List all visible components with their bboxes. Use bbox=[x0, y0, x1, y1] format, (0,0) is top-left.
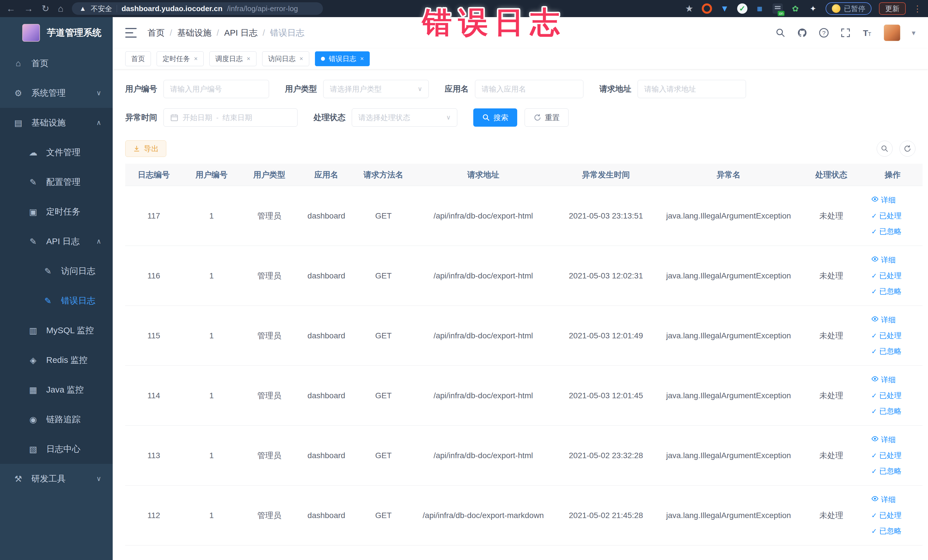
sidebar-item-error-log[interactable]: ✎错误日志 bbox=[0, 286, 113, 316]
breadcrumb-item[interactable]: 首页 bbox=[148, 27, 165, 39]
sidebar-item-label: Redis 监控 bbox=[46, 354, 88, 366]
cell-app_name: dashboard bbox=[298, 331, 355, 340]
action-已处理[interactable]: ✓已处理 bbox=[871, 211, 902, 221]
extension-grid-icon[interactable]: ▦ bbox=[755, 3, 765, 14]
action-已处理[interactable]: ✓已处理 bbox=[871, 450, 902, 461]
paused-badge[interactable]: 已暂停 bbox=[826, 2, 872, 15]
process-status-select[interactable]: 请选择处理状态 ∨ bbox=[352, 108, 457, 127]
tab-错误日志[interactable]: 错误日志× bbox=[315, 51, 370, 66]
browser-menu-icon[interactable]: ⋮ bbox=[913, 4, 922, 14]
action-详细[interactable]: 详细 bbox=[871, 435, 896, 445]
eye-icon bbox=[871, 435, 879, 444]
back-icon[interactable]: ← bbox=[6, 4, 15, 13]
action-已忽略[interactable]: ✓已忽略 bbox=[871, 346, 902, 356]
user-id-input[interactable] bbox=[170, 85, 263, 93]
sidebar-item-config-mgmt[interactable]: ✎配置管理 bbox=[0, 167, 113, 197]
address-bar[interactable]: ▲ 不安全 dashboard.yudao.iocoder.cn/infra/l… bbox=[72, 2, 323, 15]
cell-url: /api/infra/db-doc/export-markdown bbox=[412, 511, 554, 520]
action-详细[interactable]: 详细 bbox=[871, 315, 896, 325]
action-已忽略[interactable]: ✓已忽略 bbox=[871, 466, 902, 476]
action-详细[interactable]: 详细 bbox=[871, 195, 896, 205]
sidebar-item-mysql-monitor[interactable]: ▥MySQL 监控 bbox=[0, 316, 113, 345]
refresh-icon bbox=[533, 113, 542, 122]
font-size-icon[interactable]: TT bbox=[862, 27, 872, 38]
sidebar-item-infrastructure[interactable]: ▤基础设施∧ bbox=[0, 108, 113, 137]
fullscreen-icon[interactable] bbox=[840, 27, 851, 38]
forward-icon[interactable]: → bbox=[24, 4, 33, 13]
logo-row[interactable]: 芋道管理系统 bbox=[0, 17, 113, 49]
extension-check-icon[interactable]: ✓ bbox=[737, 3, 748, 14]
action-label: 已忽略 bbox=[879, 466, 902, 476]
cell-exception: java.lang.IllegalArgumentException bbox=[657, 451, 800, 460]
main: 首页/基础设施/API 日志/错误日志 ? TT ▾ 首页定时任务×调度日志×访… bbox=[113, 17, 928, 560]
home-icon[interactable]: ⌂ bbox=[58, 4, 63, 13]
eye-icon bbox=[871, 315, 879, 325]
table-row: 1151管理员dashboardGET/api/infra/db-doc/exp… bbox=[125, 306, 923, 366]
action-已忽略[interactable]: ✓已忽略 bbox=[871, 287, 902, 296]
chevron-down-icon: ∨ bbox=[96, 475, 101, 483]
tab-定时任务[interactable]: 定时任务× bbox=[157, 51, 204, 66]
user-avatar[interactable] bbox=[884, 24, 901, 41]
sidebar-item-redis-monitor[interactable]: ◈Redis 监控 bbox=[0, 345, 113, 375]
request-url-input[interactable] bbox=[644, 85, 739, 93]
close-icon[interactable]: × bbox=[299, 55, 303, 63]
search-icon[interactable] bbox=[775, 27, 786, 38]
extension-shield-icon[interactable]: ▼ bbox=[719, 3, 730, 14]
extension-leaf-icon[interactable]: ✿ bbox=[790, 3, 800, 14]
help-icon[interactable]: ? bbox=[819, 27, 829, 38]
tab-首页[interactable]: 首页 bbox=[125, 51, 151, 66]
sidebar-item-log-center[interactable]: ▧日志中心 bbox=[0, 434, 113, 464]
action-详细[interactable]: 详细 bbox=[871, 495, 896, 505]
action-已忽略[interactable]: ✓已忽略 bbox=[871, 406, 902, 416]
action-详细[interactable]: 详细 bbox=[871, 255, 896, 265]
sidebar-item-file-mgmt[interactable]: ☁文件管理 bbox=[0, 137, 113, 167]
chevron-down-icon[interactable]: ▾ bbox=[912, 29, 916, 37]
close-icon[interactable]: × bbox=[360, 55, 364, 63]
action-详细[interactable]: 详细 bbox=[871, 375, 896, 385]
user-id-label: 用户编号 bbox=[125, 84, 157, 95]
action-label: 详细 bbox=[881, 255, 896, 265]
extension-on-icon[interactable]: on bbox=[772, 3, 783, 14]
sidebar-item-cron-job[interactable]: ▣定时任务 bbox=[0, 197, 113, 226]
export-button[interactable]: 导出 bbox=[125, 140, 166, 157]
extensions-puzzle-icon[interactable]: ✦ bbox=[808, 3, 818, 14]
reset-button[interactable]: 重置 bbox=[525, 108, 569, 127]
action-已处理[interactable]: ✓已处理 bbox=[871, 271, 902, 281]
column-header: 用户类型 bbox=[241, 169, 298, 180]
refresh-table-button[interactable] bbox=[899, 140, 916, 157]
sidebar-item-dev-tools[interactable]: ⚒研发工具∨ bbox=[0, 464, 113, 493]
action-已处理[interactable]: ✓已处理 bbox=[871, 331, 902, 340]
action-label: 详细 bbox=[881, 195, 896, 205]
action-已处理[interactable]: ✓已处理 bbox=[871, 510, 902, 520]
search-button[interactable]: 搜索 bbox=[473, 108, 517, 127]
tab-调度日志[interactable]: 调度日志× bbox=[209, 51, 256, 66]
sidebar-item-system-mgmt[interactable]: ⚙系统管理∨ bbox=[0, 78, 113, 108]
tab-访问日志[interactable]: 访问日志× bbox=[262, 51, 309, 66]
breadcrumb-item[interactable]: API 日志 bbox=[224, 27, 258, 39]
cell-url: /api/infra/db-doc/export-html bbox=[412, 211, 554, 221]
close-icon[interactable]: × bbox=[194, 55, 198, 63]
sidebar-item-java-monitor[interactable]: ▦Java 监控 bbox=[0, 375, 113, 404]
close-icon[interactable]: × bbox=[247, 55, 250, 63]
extension-orange-icon[interactable] bbox=[702, 3, 712, 14]
app-name-input[interactable] bbox=[482, 85, 577, 93]
breadcrumb-item[interactable]: 基础设施 bbox=[177, 27, 211, 39]
reload-icon[interactable]: ↻ bbox=[42, 4, 49, 13]
date-range-picker[interactable]: 开始日期 - 结束日期 bbox=[163, 108, 298, 127]
collapse-sidebar-icon[interactable] bbox=[125, 28, 137, 38]
sidebar-item-home[interactable]: ⌂首页 bbox=[0, 49, 113, 78]
github-icon[interactable] bbox=[797, 27, 807, 38]
sidebar-item-access-log[interactable]: ✎访问日志 bbox=[0, 256, 113, 286]
sidebar-item-api-log[interactable]: ✎API 日志∧ bbox=[0, 226, 113, 256]
toggle-search-button[interactable] bbox=[877, 140, 893, 157]
end-date-placeholder: 结束日期 bbox=[223, 113, 252, 123]
action-已忽略[interactable]: ✓已忽略 bbox=[871, 526, 902, 536]
user-type-select[interactable]: 请选择用户类型 ∨ bbox=[323, 80, 429, 98]
action-已忽略[interactable]: ✓已忽略 bbox=[871, 226, 902, 237]
filter-user-id: 用户编号 bbox=[125, 80, 269, 98]
action-已处理[interactable]: ✓已处理 bbox=[871, 391, 902, 401]
bookmark-star-icon[interactable]: ★ bbox=[684, 3, 694, 14]
cell-time: 2021-05-03 12:02:31 bbox=[554, 271, 657, 281]
update-button[interactable]: 更新 bbox=[879, 2, 906, 15]
sidebar-item-trace[interactable]: ◉链路追踪 bbox=[0, 404, 113, 434]
